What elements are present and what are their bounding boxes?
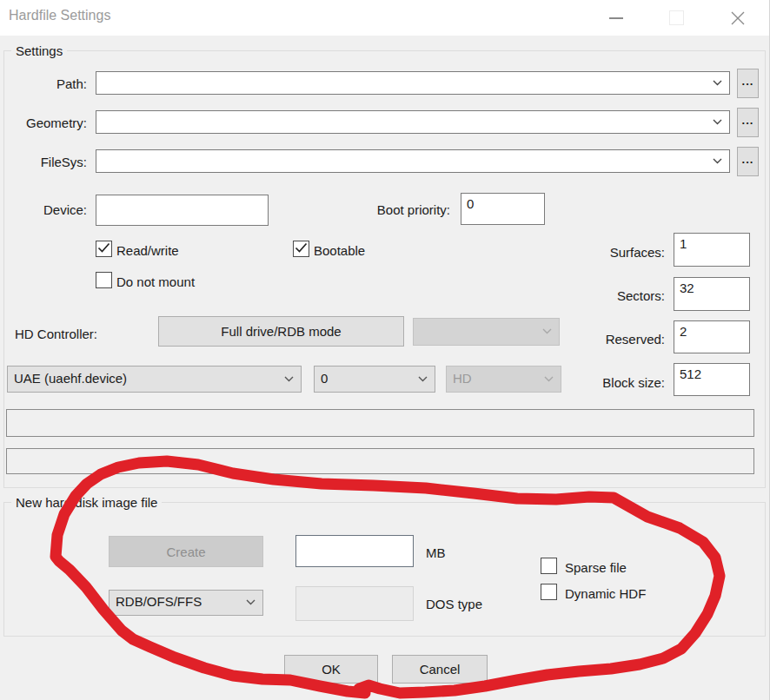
sectors-label: Sectors: — [561, 287, 665, 305]
filesys-label: FileSys: — [17, 154, 87, 171]
maximize-icon — [669, 10, 684, 25]
maximize-button[interactable] — [656, 0, 696, 36]
surfaces-input[interactable]: 1 — [674, 233, 750, 267]
chevron-down-icon — [284, 376, 294, 382]
check-icon — [295, 242, 308, 254]
settings-group-label: Settings — [11, 43, 67, 60]
dynamic-hdf-checkbox[interactable] — [541, 584, 557, 600]
hardfile-info-bar-2 — [6, 448, 754, 474]
geometry-browse-button[interactable]: ... — [737, 108, 759, 137]
rdb-mode-select — [413, 318, 560, 346]
geometry-combobox[interactable] — [96, 110, 730, 134]
mb-label: MB — [426, 545, 446, 562]
controller-select[interactable]: UAE (uaehf.device) — [7, 366, 302, 393]
surfaces-label: Surfaces: — [561, 244, 665, 261]
block-size-label: Block size: — [561, 374, 665, 392]
sparse-file-label: Sparse file — [565, 559, 627, 577]
path-browse-button[interactable]: ... — [737, 69, 759, 98]
ok-button[interactable]: OK — [284, 655, 378, 683]
chevron-down-icon — [713, 119, 722, 125]
boot-priority-input[interactable]: 0 — [461, 193, 545, 225]
dos-type-label: DOS type — [426, 596, 482, 613]
chevron-down-icon — [246, 599, 256, 605]
drive-type-select: HD — [446, 366, 561, 393]
dynamic-hdf-label: Dynamic HDF — [565, 585, 646, 603]
sectors-input[interactable]: 32 — [674, 277, 750, 311]
chevron-down-icon — [713, 158, 722, 164]
size-mb-input[interactable] — [295, 535, 414, 567]
create-button: Create — [109, 536, 263, 567]
geometry-label: Geometry: — [17, 115, 87, 132]
bootable-label: Bootable — [314, 242, 365, 260]
path-label: Path: — [17, 76, 87, 93]
close-icon — [731, 11, 745, 25]
device-label: Device: — [17, 201, 87, 219]
new-file-group-label: New hard disk image file — [11, 494, 162, 512]
read-write-label: Read/write — [116, 242, 179, 260]
filesystem-type-select[interactable]: RDB/OFS/FFS — [109, 590, 263, 616]
hardfile-settings-dialog: Hardfile Settings Settings Path: ... Geo… — [0, 0, 770, 700]
full-drive-rdb-mode-button[interactable]: Full drive/RDB mode — [158, 316, 404, 347]
reserved-label: Reserved: — [561, 331, 665, 348]
window-title: Hardfile Settings — [9, 8, 110, 23]
titlebar: Hardfile Settings — [0, 0, 769, 36]
filesys-browse-button[interactable]: ... — [737, 147, 759, 176]
hd-controller-label: HD Controller: — [15, 326, 97, 343]
sparse-file-checkbox[interactable] — [541, 558, 557, 574]
minimize-button[interactable] — [596, 0, 636, 36]
chevron-down-icon — [544, 376, 554, 382]
chevron-down-icon — [418, 376, 428, 382]
filesys-combobox[interactable] — [96, 149, 730, 173]
path-combobox[interactable] — [96, 71, 730, 95]
hardfile-info-bar-1 — [6, 409, 754, 437]
read-write-checkbox[interactable] — [96, 241, 112, 257]
boot-priority-label: Boot priority: — [363, 201, 450, 219]
controller-unit-select[interactable]: 0 — [314, 366, 435, 393]
do-not-mount-checkbox[interactable] — [96, 272, 112, 288]
cancel-button[interactable]: Cancel — [392, 655, 488, 683]
minimize-icon — [609, 17, 623, 19]
do-not-mount-label: Do not mount — [116, 274, 195, 291]
bootable-checkbox[interactable] — [293, 241, 309, 257]
check-icon — [97, 242, 110, 254]
chevron-down-icon — [713, 80, 722, 86]
device-input[interactable] — [96, 195, 269, 226]
block-size-input[interactable]: 512 — [674, 363, 750, 396]
chevron-down-icon — [542, 328, 552, 334]
close-button[interactable] — [718, 0, 758, 36]
reserved-input[interactable]: 2 — [674, 320, 750, 353]
dos-type-input — [295, 586, 414, 621]
